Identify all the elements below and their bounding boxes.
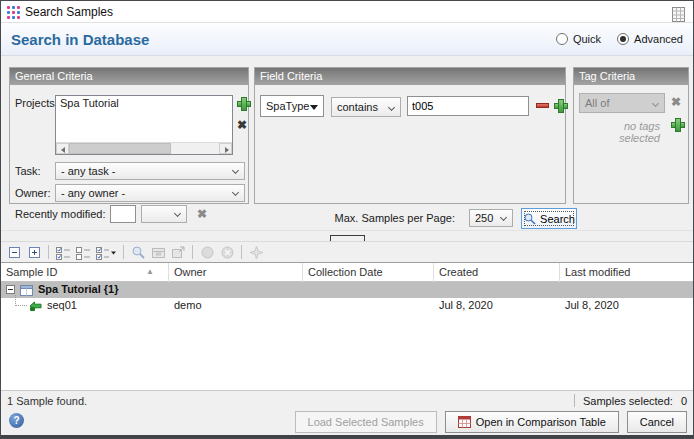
load-selected-samples-button: Load Selected Samples <box>295 411 437 433</box>
samples-found-text: 1 Sample found. <box>7 395 87 407</box>
window-bottom-edge <box>1 435 693 438</box>
collapse-group-icon[interactable] <box>6 285 15 294</box>
sparkle-icon <box>246 243 266 261</box>
column-header-label: Last modified <box>565 266 630 278</box>
window-title: Search Samples <box>25 5 113 19</box>
task-select-value: - any task - <box>61 165 115 177</box>
table-columns-icon[interactable] <box>672 7 685 24</box>
scroll-left-icon[interactable] <box>56 143 69 154</box>
remove-project-icon[interactable]: ✖ <box>237 119 247 131</box>
operator-value: contains <box>337 101 378 113</box>
title-bar: Search Samples ✕ <box>1 1 693 23</box>
column-header-sample-id[interactable]: Sample ID ▲ <box>1 263 169 282</box>
owner-select[interactable]: - any owner - <box>55 184 245 202</box>
radio-quick-circle-icon[interactable] <box>556 33 568 45</box>
cancel-button-label: Cancel <box>640 416 674 428</box>
radio-quick[interactable]: Quick <box>556 33 601 45</box>
project-group-row[interactable]: Spa Tutorial {1} <box>1 282 693 298</box>
expand-all-icon[interactable] <box>24 243 44 261</box>
remove-field-criterion-icon[interactable] <box>536 103 549 108</box>
results-table: Sample ID ▲ Owner Collection Date Create… <box>1 262 693 390</box>
column-header-owner[interactable]: Owner <box>169 263 303 282</box>
check-all-icon[interactable] <box>53 243 73 261</box>
uncheck-all-icon[interactable] <box>73 243 93 261</box>
projects-list-item[interactable]: Spa Tutorial <box>56 96 232 110</box>
search-mode-radio-group: Quick Advanced <box>556 33 683 45</box>
criteria-section: General Criteria Projects: Spa Tutorial … <box>1 56 693 206</box>
projects-listbox[interactable]: Spa Tutorial <box>55 95 233 155</box>
radio-quick-label: Quick <box>573 33 601 45</box>
search-samples-dialog: Search Samples ✕ Search in Database Quic… <box>0 0 694 439</box>
general-criteria-panel: General Criteria Projects: Spa Tutorial … <box>9 67 249 204</box>
column-header-label: Sample ID <box>6 266 57 278</box>
tag-mode-select: All of <box>579 93 665 113</box>
samples-selected-count: 0 <box>681 395 687 407</box>
sample-row[interactable]: seq01 demo Jul 8, 2020 Jul 8, 2020 <box>1 298 693 314</box>
column-header-created[interactable]: Created <box>434 263 560 282</box>
tag-criteria-panel: Tag Criteria All of ✖ no tags selected <box>573 67 689 204</box>
task-label: Task: <box>15 165 41 177</box>
check-options-menu-icon[interactable] <box>93 243 119 261</box>
column-header-label: Owner <box>174 266 206 278</box>
circle-cross-icon <box>217 243 237 261</box>
owner-cell: demo <box>174 299 202 311</box>
scrollbar-thumb[interactable] <box>69 143 171 154</box>
max-samples-select[interactable]: 250 <box>469 209 513 227</box>
column-header-collection-date[interactable]: Collection Date <box>303 263 434 282</box>
circle-icon <box>197 243 217 261</box>
field-criteria-title: Field Criteria <box>255 68 565 85</box>
radio-advanced-label: Advanced <box>634 33 683 45</box>
status-bar: 1 Sample found. Samples selected: 0 <box>1 390 693 409</box>
chevron-down-icon <box>500 214 507 221</box>
column-header-last-modified[interactable]: Last modified <box>560 263 693 282</box>
help-icon[interactable]: ? <box>9 413 24 428</box>
splitter <box>1 230 693 241</box>
footer-bar: ? Load Selected Samples Open in Comparis… <box>1 409 693 435</box>
chevron-down-icon <box>652 100 659 107</box>
app-logo-icon <box>7 6 20 19</box>
magnifier-icon <box>128 243 148 261</box>
task-select[interactable]: - any task - <box>55 162 245 180</box>
sample-icon <box>29 301 42 313</box>
projects-label: Projects: <box>15 97 58 109</box>
collapse-all-icon[interactable] <box>4 243 24 261</box>
cancel-button[interactable]: Cancel <box>627 411 687 433</box>
comparison-table-icon <box>458 416 471 428</box>
load-button-label: Load Selected Samples <box>308 416 424 428</box>
tree-connector <box>15 295 27 306</box>
open-in-comparison-table-button[interactable]: Open in Comparison Table <box>445 411 619 433</box>
field-name-value: SpaType <box>266 100 309 112</box>
created-cell: Jul 8, 2020 <box>439 299 493 311</box>
search-button[interactable]: Search <box>521 208 577 229</box>
project-group-label: Spa Tutorial {1} <box>38 283 118 295</box>
operator-select[interactable]: contains <box>331 97 401 117</box>
add-project-icon[interactable] <box>237 97 249 109</box>
max-samples-value: 250 <box>475 212 493 224</box>
clear-tags-icon[interactable]: ✖ <box>671 96 681 108</box>
no-tags-text: no tags selected <box>602 120 660 144</box>
radio-advanced-circle-icon[interactable] <box>617 33 629 45</box>
add-field-criterion-icon[interactable] <box>554 99 566 111</box>
sample-id-cell: seq01 <box>47 299 77 311</box>
triangle-down-icon <box>310 105 318 110</box>
scroll-right-icon[interactable] <box>219 143 232 154</box>
column-header-label: Created <box>439 266 478 278</box>
field-name-select[interactable]: SpaType <box>260 95 324 117</box>
table-header-row: Sample ID ▲ Owner Collection Date Create… <box>1 263 693 282</box>
results-toolbar <box>1 241 693 262</box>
radio-advanced[interactable]: Advanced <box>617 33 683 45</box>
search-button-label: Search <box>540 213 575 225</box>
chevron-down-icon <box>388 104 395 111</box>
last-modified-cell: Jul 8, 2020 <box>565 299 619 311</box>
add-tag-icon[interactable] <box>671 118 683 130</box>
owner-select-value: - any owner - <box>61 187 125 199</box>
page-title: Search in Database <box>11 31 149 48</box>
owner-label: Owner: <box>15 187 50 199</box>
field-query-input[interactable] <box>407 96 529 116</box>
tag-criteria-title: Tag Criteria <box>574 68 688 85</box>
status-separator <box>574 394 575 407</box>
projects-horizontal-scrollbar[interactable] <box>56 142 232 154</box>
tag-mode-value: All of <box>585 97 609 109</box>
chevron-down-icon <box>232 189 239 196</box>
chevron-down-icon <box>232 167 239 174</box>
